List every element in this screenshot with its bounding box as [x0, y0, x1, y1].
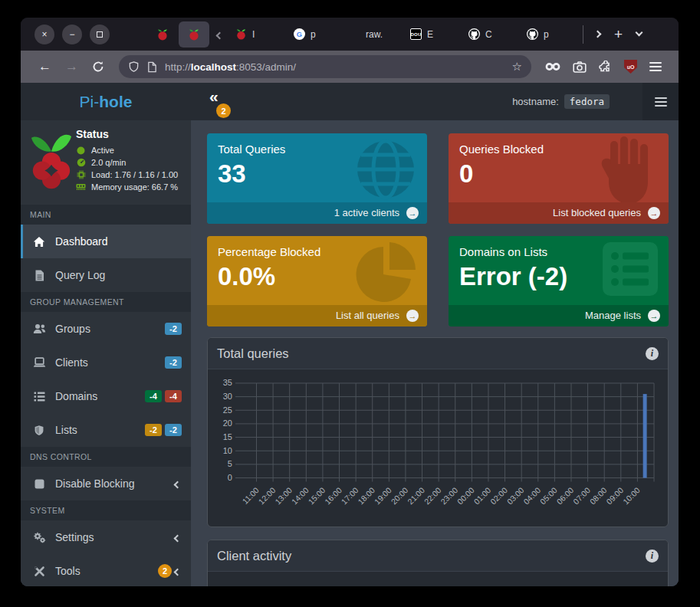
svg-text:19:00: 19:00: [373, 486, 393, 506]
ublock-icon[interactable]: uO: [624, 60, 637, 74]
card-footer-link[interactable]: 1 active clients: [207, 202, 427, 224]
svg-text:17:00: 17:00: [340, 486, 360, 506]
chevron-left-icon: [175, 531, 180, 543]
tab-title: p: [544, 29, 549, 40]
svg-text:5: 5: [228, 459, 232, 468]
gears-icon: [32, 532, 46, 543]
svg-text:11:00: 11:00: [241, 486, 261, 506]
browser-tab[interactable]: I: [228, 21, 287, 48]
window-maximize-button[interactable]: [90, 25, 110, 44]
browser-tab[interactable]: G p: [287, 21, 345, 48]
list-rows-icon: [598, 239, 662, 299]
sidebar-item-groups[interactable]: Groups -2: [21, 312, 191, 346]
forward-button[interactable]: →: [65, 59, 78, 74]
hand-icon: [596, 136, 662, 204]
svg-text:23:00: 23:00: [439, 486, 459, 506]
svg-text:03:00: 03:00: [505, 486, 525, 506]
screenshot-camera-icon[interactable]: [573, 61, 587, 73]
sidebar-item-lists[interactable]: Lists -2 -2: [21, 413, 191, 447]
tab-title: raw.: [366, 29, 383, 40]
client-activity-panel: Client activity i: [207, 540, 669, 586]
home-icon: [32, 236, 46, 248]
status-row: Active: [76, 144, 188, 156]
svg-text:00:00: 00:00: [455, 486, 475, 506]
extensions-puzzle-icon[interactable]: [599, 61, 612, 74]
pinned-tab[interactable]: [150, 21, 176, 48]
new-tab-button[interactable]: +: [614, 26, 623, 43]
browser-tab[interactable]: p: [520, 21, 578, 48]
sidebar-item-clients[interactable]: Clients -2: [21, 346, 191, 379]
sidebar: Status Active 2.0 q/min Load: 1.76 / 1.1…: [21, 120, 191, 586]
card-total-queries: Total Queries 33 1 active clients →: [207, 133, 427, 224]
browser-tab[interactable]: raw.: [345, 21, 403, 48]
svg-text:13:00: 13:00: [274, 486, 294, 506]
url-scheme: http://: [165, 61, 191, 73]
window-minimize-button[interactable]: −: [62, 25, 82, 44]
chevron-left-icon: [175, 565, 180, 577]
url-bar[interactable]: http://localhost:8053/admin/ ☆: [119, 55, 531, 78]
sidebar-item-query-log[interactable]: Query Log: [21, 258, 191, 292]
svg-text:04:00: 04:00: [522, 486, 542, 506]
browser-window: × − I: [21, 18, 679, 586]
svg-text:15:00: 15:00: [307, 486, 327, 506]
status-row: Memory usage: 66.7 %: [76, 181, 188, 193]
bookmark-star-icon[interactable]: ☆: [512, 60, 522, 74]
sidebar-item-dashboard[interactable]: Dashboard: [21, 225, 191, 258]
arrow-circle-icon[interactable]: →: [406, 207, 419, 219]
arrow-circle-icon[interactable]: →: [648, 310, 660, 322]
info-icon[interactable]: i: [646, 347, 659, 360]
hostname-value: fedora: [564, 94, 610, 109]
tab-bar: × − I: [21, 18, 679, 51]
status-title: Status: [76, 128, 188, 140]
list-icon: [32, 392, 46, 402]
back-button[interactable]: ←: [38, 59, 51, 74]
sidebar-item-disable-blocking[interactable]: Disable Blocking: [21, 467, 191, 500]
browser-tab[interactable]: DOU E: [403, 21, 462, 48]
sidebar-item-settings[interactable]: Settings: [21, 520, 191, 554]
pihole-menu-button[interactable]: [642, 83, 679, 120]
tab-title: C: [485, 29, 492, 40]
svg-text:35: 35: [223, 378, 232, 387]
card-title: Total Queries: [218, 143, 285, 156]
tab-title: E: [427, 29, 433, 40]
info-icon[interactable]: i: [646, 550, 659, 563]
arrow-circle-icon[interactable]: →: [406, 310, 419, 322]
list-all-tabs-icon[interactable]: [636, 33, 642, 35]
tools-update-badge: 2: [158, 564, 172, 578]
page-info-icon[interactable]: [147, 61, 157, 73]
pihole-favicon: [235, 28, 247, 40]
card-value: 33: [218, 159, 246, 189]
svg-text:05:00: 05:00: [539, 486, 559, 506]
scroll-tabs-left-icon[interactable]: [217, 28, 222, 41]
card-footer-link[interactable]: List blocked queries: [449, 202, 669, 224]
sidebar-item-domains[interactable]: Domains -4 -4: [21, 379, 191, 413]
shield-permissions-icon[interactable]: [128, 61, 140, 73]
pinned-tab-active[interactable]: [179, 21, 209, 48]
card-footer-link[interactable]: Manage lists: [449, 305, 669, 326]
github-favicon: [527, 28, 538, 40]
menu-section-system: SYSTEM: [21, 500, 191, 520]
update-notification-badge: 2: [216, 103, 231, 118]
svg-text:02:00: 02:00: [489, 486, 509, 506]
card-footer-link[interactable]: List all queries: [207, 305, 427, 326]
badge: -4: [145, 390, 162, 402]
scroll-tabs-right-icon[interactable]: [595, 31, 600, 37]
reload-button[interactable]: [92, 61, 104, 73]
card-value: Error (-2): [459, 262, 567, 291]
hostname-display: hostname: fedora: [512, 83, 610, 120]
svg-text:0: 0: [228, 473, 232, 482]
window-close-button[interactable]: ×: [35, 25, 54, 44]
globe-icon: [350, 136, 421, 202]
svg-text:16:00: 16:00: [324, 486, 343, 506]
menu-section-main: MAIN: [21, 205, 191, 225]
arrow-circle-icon[interactable]: →: [648, 207, 660, 219]
menu-hamburger-icon[interactable]: [649, 62, 662, 71]
sidebar-collapse-button[interactable]: «: [209, 89, 219, 104]
sidebar-item-tools[interactable]: Tools 2: [21, 554, 191, 586]
browser-tab[interactable]: C: [462, 21, 520, 48]
svg-text:15: 15: [223, 432, 232, 441]
chevron-left-icon: [175, 477, 180, 490]
svg-text:G: G: [297, 31, 302, 38]
svg-text:20:00: 20:00: [389, 486, 409, 506]
container-mask-icon[interactable]: [545, 61, 560, 72]
